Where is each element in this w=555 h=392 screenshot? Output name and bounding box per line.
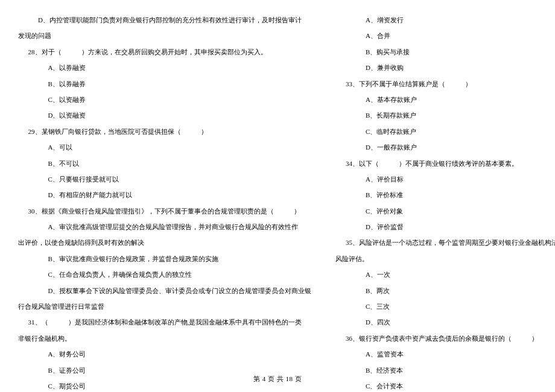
option-d-cont: 行合规风险管理进行日常监督 — [18, 299, 311, 314]
option-c: C、任命合规负责人，并确保合规负责人的独立性 — [18, 267, 311, 282]
question-28: 28、对于（ ）方来说，在交易所回购交易开始时，其申报买卖部位为买入。 — [18, 44, 311, 60]
question-30: 30、根据《商业银行合规风险管理指引》，下列不属于董事会的合规管理职责的是（ ） — [18, 203, 311, 219]
option-c: C、临时存款账户 — [335, 124, 555, 139]
option-a: A、基本存款账户 — [335, 92, 555, 107]
question-31-cont: 非银行金融机构。 — [18, 330, 311, 346]
option-d: D、评价监督 — [335, 219, 555, 235]
option-d: D、有相应的财产能力就可以 — [18, 187, 311, 203]
option-a: A、可以 — [18, 139, 311, 155]
option-d: D、授权董事会下设的风险管理委员会、审计委员会或专门设立的合规管理委员会对商业银 — [18, 283, 311, 299]
question-31: 31、（ ）是我国经济体制和金融体制改革的产物,是我国金融体系中具有中国特色的一… — [18, 314, 311, 330]
option-d-text: D、内控管理职能部门负责对商业银行内部控制的充分性和有效性进行审计，及时报告审计 — [18, 12, 311, 28]
option-b: A、合并 — [335, 28, 555, 43]
option-c: C、只要银行接受就可以 — [18, 171, 311, 187]
option-a: A、评价目标 — [335, 171, 555, 187]
two-column-layout: D、内控管理职能部门负责对商业银行内部控制的充分性和有效性进行审计，及时报告审计… — [18, 12, 537, 392]
option-c: B、购买与承接 — [335, 44, 555, 60]
option-c: C、以资融券 — [18, 92, 311, 107]
option-b: B、以券融券 — [18, 76, 311, 92]
option-a: A、审议批准高级管理层提交的合规风险管理报告，并对商业银行合规风险的有效性作 — [18, 219, 311, 235]
option-d: D、以资融资 — [18, 107, 311, 123]
question-34: 34、以下（ ）不属于商业银行绩效考评的基本要素。 — [335, 156, 555, 171]
option-b: B、两次 — [335, 283, 555, 299]
question-29: 29、某钢铁厂向银行贷款，当地医院可否提供担保（ ） — [18, 124, 311, 139]
option-c: C、三次 — [335, 299, 555, 314]
option-b: B、长期存款账户 — [335, 107, 555, 123]
option-b: B、评价标准 — [335, 187, 555, 203]
option-a: A、增资发行 — [335, 12, 555, 28]
option-a-cont: 出评价，以使合规缺陷得到及时有效的解决 — [18, 235, 311, 250]
option-b: B、不可以 — [18, 156, 311, 171]
option-a: A、财务公司 — [18, 346, 311, 362]
question-35: 35、风险评估是一个动态过程，每个监管周期至少要对银行业金融机构法人进行（ ）整… — [335, 235, 555, 250]
left-column: D、内控管理职能部门负责对商业银行内部控制的充分性和有效性进行审计，及时报告审计… — [18, 12, 311, 392]
option-d: D、一般存款账户 — [335, 139, 555, 155]
option-d: D、兼并收购 — [335, 60, 555, 75]
option-c: C、评价对象 — [335, 203, 555, 219]
option-a: A、以券融资 — [18, 60, 311, 75]
right-column: A、增资发行 A、合并 B、购买与承接 D、兼并收购 33、下列不属于单位结算账… — [335, 12, 555, 392]
page-footer: 第 4 页 共 18 页 — [0, 375, 555, 384]
continuation-text: 发现的问题 — [18, 28, 311, 43]
option-d: D、四次 — [335, 314, 555, 330]
option-b: B、审议批准商业银行的合规政策，并监督合规政策的实施 — [18, 251, 311, 267]
option-a: A、监管资本 — [335, 346, 555, 362]
question-33: 33、下列不属于单位结算账户是（ ） — [335, 76, 555, 92]
question-36: 36、银行资产负债表中资产减去负债后的余额是银行的（ ） — [335, 330, 555, 346]
question-35-cont: 风险评估。 — [335, 251, 555, 267]
option-a: A、一次 — [335, 267, 555, 282]
